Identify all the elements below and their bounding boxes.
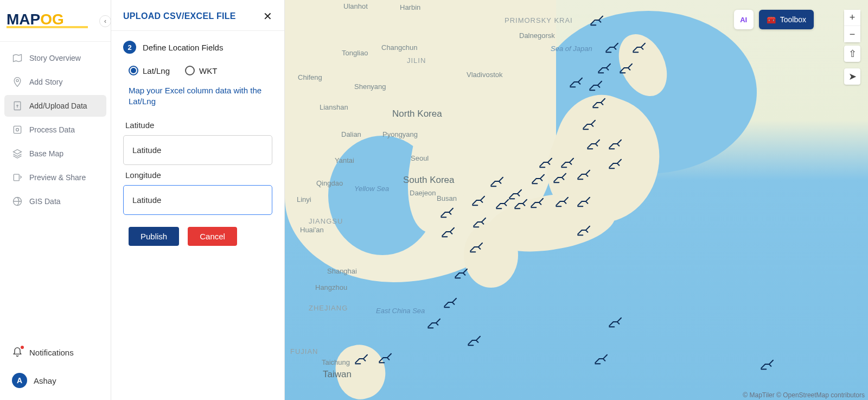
logo-part-og: OG (40, 11, 64, 28)
sidebar: MAPOG ‹ Story Overview Add Story Add/Upl… (0, 0, 111, 400)
step-label: Define Location Fields (143, 43, 223, 52)
ai-sparkle-icon: AI (740, 16, 747, 24)
notification-dot (21, 346, 24, 349)
svg-rect-2 (14, 126, 21, 133)
airport-marker-icon (427, 318, 442, 329)
map-label: Hangzhou (315, 283, 347, 291)
sidebar-collapse-button[interactable]: ‹ (99, 15, 111, 27)
panel-header: UPLOAD CSV/EXCEL FILE ✕ (111, 0, 284, 31)
panel-body: 2 Define Location Fields Lat/Lng WKT Map… (111, 31, 284, 256)
map-zoom-controls: + − ⇧ ➤ (844, 10, 860, 85)
radio-label: WKT (199, 66, 217, 75)
user-profile[interactable]: A Ashay (4, 367, 106, 393)
sidebar-item-story-overview[interactable]: Story Overview (4, 47, 106, 69)
logo-part-map: MAP (7, 11, 40, 28)
compass-button[interactable]: ⇧ (844, 46, 860, 62)
select-value: Latitude (132, 145, 161, 155)
svg-point-0 (16, 79, 18, 81)
sidebar-item-base-map[interactable]: Base Map (4, 143, 106, 164)
radio-unchecked-icon (185, 66, 195, 75)
sidebar-item-preview-share[interactable]: Preview & Share (4, 167, 106, 188)
minus-icon: − (850, 29, 856, 40)
latitude-select[interactable]: Latitude (123, 135, 272, 165)
map-label: FUJIAN (290, 347, 318, 355)
airport-marker-icon (594, 354, 609, 365)
sidebar-item-add-upload-data[interactable]: Add/Upload Data (4, 95, 106, 117)
notifications-label: Notifications (29, 348, 74, 357)
layers-icon (12, 148, 23, 159)
cancel-button[interactable]: Cancel (188, 227, 237, 246)
sidebar-item-label: Add Story (29, 78, 62, 86)
map-attribution: © MapTiler © OpenStreetMap contributors (743, 391, 865, 399)
notifications-button[interactable]: Notifications (4, 341, 106, 363)
toolbox-icon: 🧰 (767, 15, 776, 24)
locate-button[interactable]: ➤ (844, 68, 860, 85)
wizard-step: 2 Define Location Fields (123, 41, 272, 54)
locate-icon: ➤ (848, 71, 857, 82)
user-name: Ashay (34, 376, 56, 385)
upload-file-icon (12, 100, 23, 111)
zoom-in-button[interactable]: + (844, 10, 860, 26)
radio-checked-icon (129, 66, 138, 75)
publish-button[interactable]: Publish (129, 227, 179, 246)
globe-pin-icon (12, 196, 23, 207)
airport-marker-icon (467, 335, 482, 346)
share-icon (12, 172, 23, 183)
panel-title: UPLOAD CSV/EXCEL FILE (123, 11, 236, 21)
toolbox-button[interactable]: 🧰 Toolbox (759, 10, 814, 29)
latitude-label: Latitude (125, 120, 270, 130)
top-controls: AI 🧰 Toolbox (734, 10, 814, 29)
select-value: Latitude (132, 195, 161, 205)
svg-point-3 (16, 129, 19, 131)
button-row: Publish Cancel (123, 219, 272, 246)
radio-wkt[interactable]: WKT (185, 66, 217, 75)
sidebar-item-label: Story Overview (29, 54, 81, 62)
avatar: A (12, 373, 27, 388)
map-label: ZHEJIANG (309, 304, 348, 312)
sidebar-item-label: Preview & Share (29, 173, 86, 182)
bell-icon (12, 347, 23, 358)
sidebar-nav: Story Overview Add Story Add/Upload Data… (0, 42, 111, 335)
ai-button[interactable]: AI (734, 10, 754, 29)
close-icon: ✕ (263, 10, 272, 22)
longitude-select[interactable]: Latitude (123, 185, 272, 215)
map-icon (12, 53, 23, 64)
radio-latlng[interactable]: Lat/Lng (129, 66, 170, 75)
sidebar-item-label: Base Map (29, 149, 63, 158)
gear-box-icon (12, 124, 23, 135)
sidebar-item-add-story[interactable]: Add Story (4, 71, 106, 93)
step-number-badge: 2 (123, 41, 136, 54)
logo: MAPOG ‹ (0, 0, 111, 42)
sidebar-item-label: Process Data (29, 125, 75, 134)
sidebar-item-gis-data[interactable]: GIS Data (4, 191, 106, 212)
airport-marker-icon (443, 297, 458, 308)
chevron-left-icon: ‹ (104, 17, 106, 25)
upload-panel: UPLOAD CSV/EXCEL FILE ✕ 2 Define Locatio… (111, 0, 285, 400)
zoom-out-button[interactable]: − (844, 26, 860, 42)
hint-text: Map your Excel column data with the Lat/… (123, 85, 272, 115)
compass-icon: ⇧ (848, 48, 857, 60)
sidebar-item-label: Add/Upload Data (29, 101, 87, 110)
airport-marker-icon (760, 359, 775, 370)
sidebar-footer: Notifications A Ashay (0, 335, 111, 400)
close-button[interactable]: ✕ (263, 10, 272, 23)
plus-icon: + (850, 12, 856, 23)
longitude-label: Longitude (125, 170, 270, 180)
pin-plus-icon (12, 77, 23, 87)
radio-label: Lat/Lng (143, 66, 170, 75)
svg-rect-4 (14, 174, 19, 181)
location-type-radios: Lat/Lng WKT (123, 66, 272, 75)
sidebar-item-process-data[interactable]: Process Data (4, 119, 106, 141)
airport-marker-icon (608, 317, 623, 328)
toolbox-label: Toolbox (780, 15, 806, 24)
sidebar-item-label: GIS Data (29, 197, 61, 206)
map-canvas[interactable]: Ulanhot Harbin PRIMORSKY KRAI Changchun … (285, 0, 868, 400)
map-label: East China Sea (376, 307, 425, 315)
